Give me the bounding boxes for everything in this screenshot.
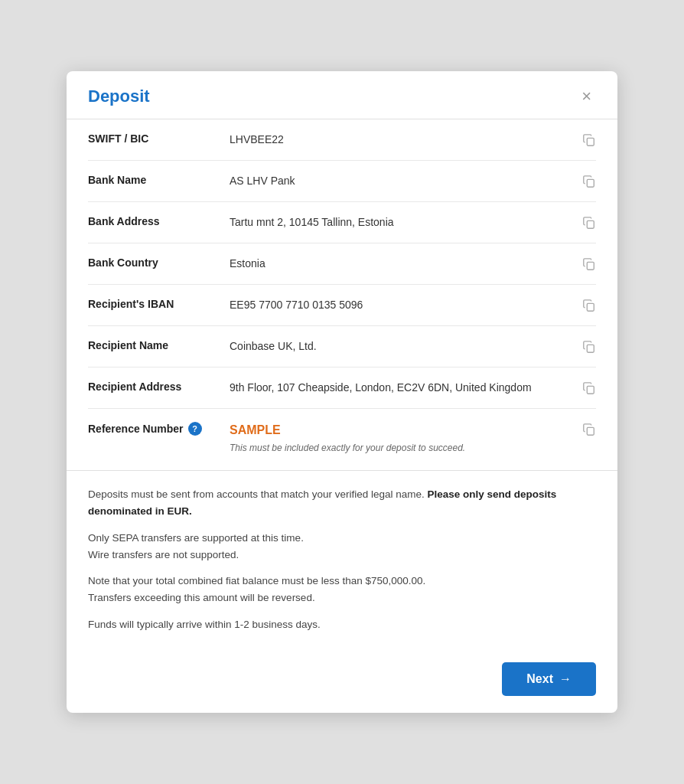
field-value-wrap-bank-name: AS LHV Pank	[230, 173, 596, 189]
field-label-reference-number: Reference Number?	[88, 421, 230, 436]
field-label-bank-name: Bank Name	[88, 173, 230, 186]
copy-button-bank-name[interactable]	[576, 173, 596, 188]
copy-button-swift-bic[interactable]	[576, 132, 596, 147]
copy-button-bank-country[interactable]	[576, 256, 596, 271]
field-row-recipient-name: Recipient NameCoinbase UK, Ltd.	[88, 326, 596, 368]
reference-sub-text: This must be included exactly for your d…	[230, 441, 568, 455]
field-value-wrap-recipient-address: 9th Floor, 107 Cheapside, London, EC2V 6…	[230, 380, 596, 396]
svg-rect-0	[587, 138, 594, 145]
copy-icon	[582, 423, 596, 436]
field-label-recipient-name: Recipient Name	[88, 338, 230, 351]
notice-section: Deposits must be sent from accounts that…	[67, 471, 617, 652]
copy-button-recipient-name[interactable]	[576, 338, 596, 354]
field-value-recipient-iban: EE95 7700 7710 0135 5096	[230, 297, 568, 313]
notice-bold-text: Please only send deposits denominated in…	[88, 488, 556, 517]
close-button[interactable]: ×	[577, 87, 596, 106]
field-value-bank-address: Tartu mnt 2, 10145 Tallinn, Estonia	[230, 214, 568, 230]
field-row-bank-address: Bank AddressTartu mnt 2, 10145 Tallinn, …	[88, 202, 596, 243]
field-label-swift-bic: SWIFT / BIC	[88, 132, 230, 145]
next-label: Next	[526, 672, 553, 686]
field-value-bank-name: AS LHV Pank	[230, 173, 568, 189]
field-value-recipient-address: 9th Floor, 107 Cheapside, London, EC2V 6…	[230, 380, 568, 396]
copy-button-recipient-address[interactable]	[576, 380, 596, 395]
svg-rect-7	[587, 427, 594, 435]
bank-details-table: SWIFT / BICLHVBEE22 Bank NameAS LHV Pank…	[67, 119, 617, 467]
copy-icon	[582, 133, 596, 147]
next-arrow-icon: →	[559, 672, 572, 686]
dialog-footer: Next →	[67, 652, 617, 713]
svg-rect-2	[587, 220, 594, 228]
svg-rect-6	[587, 386, 594, 394]
copy-icon	[582, 299, 596, 312]
svg-rect-4	[587, 303, 594, 311]
field-label-bank-address: Bank Address	[88, 214, 230, 227]
notice-notice-1: Deposits must be sent from accounts that…	[88, 486, 596, 521]
svg-rect-3	[587, 262, 594, 270]
copy-button-bank-address[interactable]	[576, 214, 596, 230]
dialog-header: Deposit ×	[67, 71, 617, 119]
copy-button-recipient-iban[interactable]	[576, 297, 596, 312]
field-value-wrap-recipient-iban: EE95 7700 7710 0135 5096	[230, 297, 596, 313]
copy-icon	[582, 257, 596, 271]
copy-icon	[582, 216, 596, 230]
field-label-bank-country: Bank Country	[88, 256, 230, 269]
deposit-dialog: Deposit × SWIFT / BICLHVBEE22 Bank NameA…	[67, 71, 617, 713]
field-value-recipient-name: Coinbase UK, Ltd.	[230, 338, 568, 354]
field-row-reference-number: Reference Number?SAMPLEThis must be incl…	[88, 409, 596, 467]
field-row-bank-country: Bank CountryEstonia	[88, 243, 596, 285]
field-row-recipient-iban: Recipient's IBANEE95 7700 7710 0135 5096	[88, 285, 596, 326]
svg-rect-1	[587, 179, 594, 187]
field-value-wrap-bank-address: Tartu mnt 2, 10145 Tallinn, Estonia	[230, 214, 596, 230]
notice-notice-3: Note that your total combined fiat balan…	[88, 573, 596, 607]
copy-button-reference-number[interactable]	[576, 421, 596, 436]
dialog-title: Deposit	[88, 87, 150, 106]
copy-icon	[582, 381, 596, 395]
field-value-bank-country: Estonia	[230, 256, 568, 272]
field-value-wrap-bank-country: Estonia	[230, 256, 596, 272]
notice-notice-2: Only SEPA transfers are supported at thi…	[88, 530, 596, 564]
copy-icon	[582, 175, 596, 188]
field-value-swift-bic: LHVBEE22	[230, 132, 568, 148]
field-row-recipient-address: Recipient Address9th Floor, 107 Cheapsid…	[88, 368, 596, 409]
field-label-recipient-iban: Recipient's IBAN	[88, 297, 230, 310]
field-value-reference-number: SAMPLEThis must be included exactly for …	[230, 421, 568, 455]
field-value-wrap-recipient-name: Coinbase UK, Ltd.	[230, 338, 596, 354]
field-row-bank-name: Bank NameAS LHV Pank	[88, 161, 596, 202]
field-value-wrap-swift-bic: LHVBEE22	[230, 132, 596, 148]
field-row-swift-bic: SWIFT / BICLHVBEE22	[88, 119, 596, 161]
field-value-wrap-reference-number: SAMPLEThis must be included exactly for …	[230, 421, 596, 455]
svg-rect-5	[587, 345, 594, 352]
notice-notice-4: Funds will typically arrive within 1-2 b…	[88, 616, 596, 633]
next-button[interactable]: Next →	[502, 662, 596, 696]
help-icon[interactable]: ?	[188, 422, 202, 436]
field-label-recipient-address: Recipient Address	[88, 380, 230, 393]
copy-icon	[582, 340, 596, 354]
